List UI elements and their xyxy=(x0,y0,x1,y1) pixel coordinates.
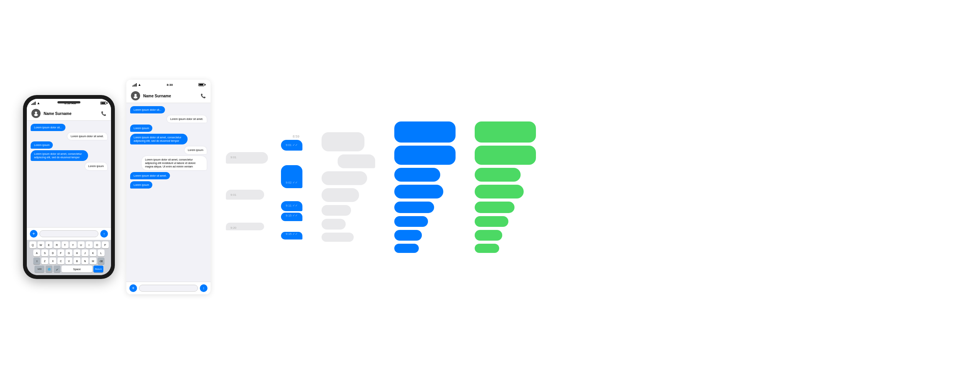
message-bubble: Lorem ipsum xyxy=(31,141,53,149)
timestamp-inline: 9:20 xyxy=(230,226,237,230)
key-q[interactable]: Q xyxy=(29,241,36,248)
key-mic[interactable]: 🎤 xyxy=(54,266,60,272)
key-x[interactable]: X xyxy=(49,258,56,264)
key-shift[interactable]: ⇧ xyxy=(33,258,40,264)
key-b[interactable]: B xyxy=(74,258,80,264)
key-space[interactable]: Space xyxy=(62,266,92,272)
blue-bubble xyxy=(394,230,422,241)
key-m[interactable]: M xyxy=(90,258,96,264)
signal-bars-icon-2 xyxy=(132,83,137,87)
avatar-2 xyxy=(131,91,140,100)
key-k[interactable]: K xyxy=(90,249,96,256)
green-bubble xyxy=(475,146,536,165)
key-return[interactable]: Return xyxy=(93,266,103,272)
green-bubble xyxy=(475,216,508,227)
message-bubble: Lorem ipsum dolor sit... xyxy=(31,124,65,131)
gray-bubble-set xyxy=(318,128,379,246)
add-attachment-button[interactable]: + xyxy=(30,230,38,238)
message-input[interactable] xyxy=(39,230,98,237)
message-bubble-ts: 9:02 ✓✓ xyxy=(281,165,302,188)
key-l[interactable]: L xyxy=(98,249,105,256)
key-n[interactable]: N xyxy=(82,258,88,264)
status-bar-1: ▲ 8:30 AM xyxy=(27,99,111,107)
keyboard: Q W E R T Y U I O P A S D F G H J K L xyxy=(27,240,111,275)
message-bubble: Lorem ipsum xyxy=(130,125,152,132)
blue-bubble xyxy=(394,121,456,143)
key-v[interactable]: V xyxy=(65,258,72,264)
wifi-icon: ▲ xyxy=(37,101,40,105)
green-bubble xyxy=(475,185,524,198)
svg-point-3 xyxy=(134,96,137,98)
key-globe[interactable]: 🌐 xyxy=(46,266,52,272)
key-i[interactable]: I xyxy=(86,241,93,248)
timestamp-inline: 9:11 ✓✓ xyxy=(286,204,298,208)
key-u[interactable]: U xyxy=(78,241,85,248)
call-icon[interactable]: 📞 xyxy=(101,111,106,116)
green-bubble xyxy=(475,244,499,253)
key-f[interactable]: F xyxy=(57,249,64,256)
key-z[interactable]: Z xyxy=(41,258,48,264)
chat-timestamps-panel: 8:59 9:01 ✓✓ 9:01 9:02 ✓✓ 9:01 9:11 ✓✓ 9… xyxy=(222,131,306,243)
avatar xyxy=(31,109,41,118)
key-j[interactable]: J xyxy=(82,249,88,256)
status-bar-2: ▲ 8:30 xyxy=(126,80,211,89)
status-time-2: 8:30 xyxy=(167,83,173,87)
key-d[interactable]: D xyxy=(49,249,56,256)
gray-bubble xyxy=(338,154,375,168)
key-h[interactable]: H xyxy=(74,249,80,256)
timestamp-inline: 9:15 ✓✓ xyxy=(286,232,298,236)
message-bubble: Lorem ipsum xyxy=(130,181,152,189)
signal-bars-icon xyxy=(31,102,36,105)
message-bubble-ts: 9:01 xyxy=(226,190,264,200)
message-bubble: Lorem ipsum dolor sit amet. xyxy=(130,172,170,179)
battery-icon xyxy=(100,102,106,105)
gray-bubble xyxy=(322,132,364,151)
blue-bubble xyxy=(394,168,440,182)
timestamp-inline: 9:01 xyxy=(230,193,237,197)
svg-point-0 xyxy=(35,112,37,114)
message-bubble-ts: 9:15 ✓✓ xyxy=(281,213,302,221)
blue-bubble xyxy=(394,244,419,253)
message-bubble-ts: 9:11 ✓✓ xyxy=(281,201,302,211)
key-t[interactable]: T xyxy=(62,241,69,248)
gray-bubble xyxy=(322,205,351,216)
input-area-1: + ↑ xyxy=(27,227,111,240)
key-s[interactable]: S xyxy=(41,249,48,256)
gray-bubble xyxy=(322,188,359,202)
timestamp-inline: 9:02 ✓✓ xyxy=(286,181,298,185)
gray-bubble xyxy=(322,171,367,185)
message-bubble-ts: 9:15 ✓✓ xyxy=(281,232,302,239)
call-icon-2[interactable]: 📞 xyxy=(201,94,206,98)
timestamp-inline: 9:15 ✓✓ xyxy=(286,214,298,218)
key-p[interactable]: P xyxy=(102,241,109,248)
key-y[interactable]: Y xyxy=(70,241,77,248)
key-r[interactable]: R xyxy=(54,241,60,248)
message-bubble: Lorem ipsum dolor sit amet. xyxy=(67,133,107,140)
message-bubble: Lorem ipsum dolor sit amet, consectetur … xyxy=(31,150,88,161)
send-button-2[interactable]: ↑ xyxy=(200,284,207,292)
key-g[interactable]: G xyxy=(65,249,72,256)
green-bubble xyxy=(475,121,536,143)
add-attachment-button-2[interactable]: + xyxy=(129,284,137,292)
send-button[interactable]: ↑ xyxy=(100,230,108,238)
key-a[interactable]: A xyxy=(33,249,40,256)
green-bubble xyxy=(475,202,514,213)
svg-point-2 xyxy=(134,94,137,96)
green-bubble xyxy=(475,168,521,182)
key-123[interactable]: 123 xyxy=(34,266,44,272)
message-input-2[interactable] xyxy=(139,285,198,292)
key-delete[interactable]: ⌫ xyxy=(98,258,105,264)
key-o[interactable]: O xyxy=(94,241,101,248)
blue-bubble xyxy=(394,216,428,227)
key-w[interactable]: W xyxy=(38,241,44,248)
message-bubble-ts: 9:20 xyxy=(226,223,264,230)
key-c[interactable]: C xyxy=(57,258,64,264)
blue-bubble xyxy=(394,202,434,213)
message-bubble: Lorem ipsum xyxy=(185,146,207,154)
timestamp-inline: 9:01 xyxy=(230,156,237,159)
message-bubble: Lorem ipsum dolor sit... xyxy=(130,106,165,113)
svg-point-1 xyxy=(34,114,38,116)
messages-area-1: Lorem ipsum dolor sit... Lorem ipsum dol… xyxy=(27,121,111,227)
message-bubble: Lorem ipsum xyxy=(85,162,107,170)
key-e[interactable]: E xyxy=(46,241,52,248)
